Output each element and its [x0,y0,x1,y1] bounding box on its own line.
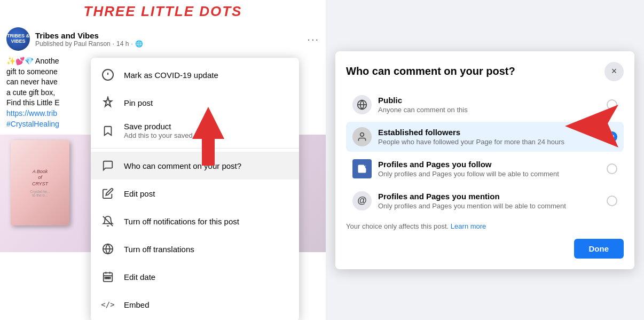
public-title: Public [378,96,600,105]
svg-marker-14 [565,105,618,147]
notifications-icon [99,213,116,230]
arrow-annotation [192,107,224,166]
profiles-mention-icon: @ [352,191,372,210]
published-by: Published by Paul Ranson [35,40,111,48]
post-time: 14 h [116,40,129,48]
edit-label: Edit post [124,189,155,198]
page-title: THREE LITTLE DOTS [0,3,326,20]
profiles-mention-radio[interactable] [607,196,617,206]
comment-icon [99,157,116,174]
profiles-pages-text: Profiles and Pages you follow Only profi… [378,160,600,178]
context-menu: Mark as COVID-19 update Pin post Save pr… [91,58,299,320]
public-icon [352,95,372,114]
dot-separator: · [113,40,114,48]
post-meta: Tribes and Vibes Published by Paul Ranso… [35,31,302,48]
established-icon [352,127,372,146]
avatar-inner: TRIBES & VIBES [6,27,30,51]
hashtag: #CrystalHealing [6,120,59,128]
menu-item-edit[interactable]: Edit post [91,179,299,207]
translations-label: Turn off translations [124,245,194,254]
dialog-title: Who can comment on your post? [346,65,515,77]
dialog-arrow-annotation [554,105,618,150]
svg-marker-13 [192,107,224,166]
footer-text: Your choice only affects this post. [346,222,449,230]
notifications-label: Turn off notifications for this post [124,217,239,226]
close-icon: × [611,66,617,77]
page-name: Tribes and Vibes [35,31,302,40]
svg-rect-12 [109,277,111,279]
book-visual: A BookofCRYST Crystal he...to the b... [11,140,75,236]
post-sub: Published by Paul Ranson · 14 h · 🌐 [35,40,302,48]
embed-icon: </> [99,296,116,313]
profiles-mention-title: Profiles and Pages you mention [378,192,600,201]
dialog-actions: Done [346,239,624,259]
embed-label: Embed [124,300,150,309]
menu-item-embed[interactable]: </> Embed [91,291,299,318]
three-dots-button[interactable]: ··· [307,33,319,45]
profiles-pages-radio[interactable] [607,163,617,174]
covid-label: Mark as COVID-19 update [124,71,218,80]
svg-rect-11 [107,277,108,279]
dialog-header: Who can comment on your post? × [346,62,624,81]
option-profiles-pages[interactable]: Profiles and Pages you follow Only profi… [346,154,624,184]
dialog-footer: Your choice only affects this post. Lear… [346,222,624,230]
profiles-pages-icon [352,159,372,178]
date-label: Edit date [124,272,155,282]
time-dot: · [131,40,132,48]
right-panel: Who can comment on your post? × Public A… [326,0,644,320]
post-header: TRIBES & VIBES Tribes and Vibes Publishe… [0,24,326,54]
option-profiles-mention[interactable]: @ Profiles and Pages you mention Only pr… [346,186,624,216]
svg-rect-10 [105,277,107,279]
date-icon [99,268,116,285]
svg-point-17 [360,132,364,136]
pin-label: Pin post [124,98,153,107]
comment-dialog: Who can comment on your post? × Public A… [335,51,634,269]
profiles-pages-title: Profiles and Pages you follow [378,160,600,169]
menu-item-date[interactable]: Edit date [91,263,299,291]
learn-more-link[interactable]: Learn more [451,222,486,230]
menu-item-notifications[interactable]: Turn off notifications for this post [91,207,299,235]
avatar: TRIBES & VIBES [6,27,30,51]
edit-icon [99,185,116,202]
translations-icon [99,240,116,257]
book-cover: A BookofCRYST Crystal he...to the b... [11,140,69,225]
profiles-mention-text: Profiles and Pages you mention Only prof… [378,192,600,210]
title-area: THREE LITTLE DOTS [0,0,326,24]
profiles-mention-desc: Only profiles and Pages you mention will… [378,202,600,210]
menu-item-covid[interactable]: Mark as COVID-19 update [91,61,299,89]
done-button[interactable]: Done [574,239,624,259]
post-link[interactable]: https://www.trib [6,109,57,118]
profiles-pages-desc: Only profiles and Pages you follow will … [378,170,600,178]
globe-icon: 🌐 [135,40,143,48]
book-subtitle: Crystal he...to the b... [30,190,50,197]
dialog-close-button[interactable]: × [604,62,624,81]
pin-icon [99,94,116,111]
menu-item-translations[interactable]: Turn off translations [91,235,299,263]
book-title: A BookofCRYST [32,169,48,188]
save-icon [99,122,116,139]
covid-icon [99,66,116,83]
